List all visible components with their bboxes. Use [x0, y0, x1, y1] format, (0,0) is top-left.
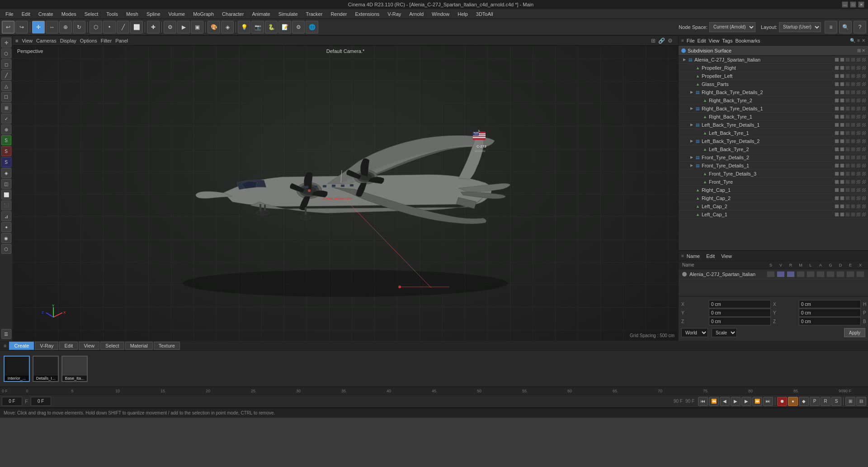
tree-check-dot[interactable]	[856, 131, 861, 135]
tree-item[interactable]: ▲Left_Cap_2	[679, 202, 868, 210]
move-tool[interactable]: ↔	[46, 21, 58, 33]
layer-flag-s[interactable]	[767, 271, 775, 277]
tree-flag-dot[interactable]	[835, 155, 839, 160]
xform-y2-input[interactable]	[799, 309, 861, 317]
menu-item-arnold[interactable]: Arnold	[406, 10, 427, 18]
tree-item[interactable]: ▲Glass_Parts	[679, 80, 868, 88]
layer-row-main[interactable]: Alenia_C-27J_Spartan_Italian	[679, 269, 868, 279]
tree-flag-dot[interactable]	[845, 131, 850, 135]
tree-flag-dot[interactable]	[840, 147, 844, 152]
xform-z-input[interactable]	[709, 317, 771, 325]
tree-flag-dot[interactable]	[835, 163, 839, 168]
tree-check-dot[interactable]	[856, 155, 861, 160]
menu-item-character[interactable]: Character	[218, 10, 247, 18]
tree-flag-dot[interactable]	[851, 74, 855, 78]
tree-check-dot[interactable]	[862, 57, 866, 62]
tree-check-dot[interactable]	[862, 114, 866, 119]
xform-world-select[interactable]: World Object	[681, 328, 708, 337]
xform-z2-input[interactable]	[799, 317, 861, 325]
tree-check-dot[interactable]	[862, 172, 866, 176]
tree-item[interactable]: ▲Right_Cap_1	[679, 186, 868, 194]
timeline-key-btn[interactable]: ◆	[799, 397, 809, 406]
timeline-record-btn[interactable]: ⏺	[777, 397, 787, 406]
vp-display-menu[interactable]: Display	[60, 38, 76, 43]
tree-check-dot[interactable]	[856, 106, 861, 111]
tree-check-dot[interactable]	[862, 123, 866, 127]
tree-item[interactable]: ▲Propeller_Right	[679, 64, 868, 72]
tree-flag-dot[interactable]	[835, 172, 839, 176]
tree-flag-dot[interactable]	[835, 204, 839, 209]
left-obj-mode[interactable]: ⬡	[1, 48, 11, 58]
tree-flag-dot[interactable]	[845, 57, 850, 62]
close-button[interactable]: ✕	[858, 1, 864, 8]
tree-flag-dot[interactable]	[851, 106, 855, 111]
vp-icon-settings[interactable]: ⚙	[668, 38, 673, 44]
tree-check-dot[interactable]	[856, 74, 861, 78]
material-thumb-details[interactable]: Details_I...	[33, 356, 59, 382]
lower-menu-icon[interactable]: ≡	[2, 343, 8, 348]
vp-view-menu[interactable]: View	[22, 38, 33, 43]
tree-flag-dot[interactable]	[851, 180, 855, 184]
lower-tab-view[interactable]: View	[79, 342, 99, 350]
left-spin[interactable]: ✦	[1, 222, 11, 232]
tree-check-dot[interactable]	[862, 180, 866, 184]
tree-flag-dot[interactable]	[851, 114, 855, 119]
tree-flag-dot[interactable]	[835, 82, 839, 86]
tree-flag-dot[interactable]	[851, 57, 855, 62]
layer-flag-d[interactable]	[836, 271, 844, 277]
tree-flag-dot[interactable]	[851, 66, 855, 70]
tree-flag-dot[interactable]	[851, 212, 855, 217]
tree-flag-dot[interactable]	[851, 131, 855, 135]
layers-view-menu[interactable]: View	[721, 253, 732, 259]
material-manager[interactable]: 🎨	[208, 21, 220, 33]
prefs-tool[interactable]: ⚙	[292, 21, 305, 33]
scale-tool[interactable]: ⊕	[59, 21, 72, 33]
tree-item[interactable]: ▲Left_Back_Tyre_1	[679, 129, 868, 137]
tree-check-dot[interactable]	[862, 106, 866, 111]
scene-view-menu[interactable]: View	[709, 38, 720, 43]
tree-flag-dot[interactable]	[835, 74, 839, 78]
menu-item-edit[interactable]: Edit	[18, 10, 34, 18]
scene-filter-icon[interactable]: ≡	[857, 38, 860, 43]
undo-button[interactable]: ↩	[2, 21, 14, 33]
tree-check-dot[interactable]	[856, 188, 861, 192]
menu-item-window[interactable]: Window	[428, 10, 453, 18]
help-btn[interactable]: ?	[854, 21, 866, 33]
lower-tab-edit[interactable]: Edit	[59, 342, 78, 350]
vp-options-menu[interactable]: Options	[80, 38, 97, 43]
left-sym[interactable]: S	[1, 135, 11, 145]
layer-flag-x[interactable]	[856, 271, 864, 277]
poly-mode[interactable]: ⬜	[130, 21, 143, 33]
tree-flag-dot[interactable]	[851, 90, 855, 95]
node-space-select[interactable]: Current (Arnold)	[709, 22, 755, 32]
timeline-prev-frame-btn[interactable]: ◀	[720, 397, 730, 406]
menu-item-simulate[interactable]: Simulate	[275, 10, 302, 18]
scene-search-icon[interactable]: 🔍	[850, 38, 855, 43]
xform-x2-input[interactable]	[799, 300, 861, 308]
lower-tab-material[interactable]: Material	[125, 342, 153, 350]
tree-check-dot[interactable]	[856, 98, 861, 103]
left-mirror[interactable]: ✓	[1, 114, 11, 124]
layer-flag-m[interactable]	[797, 271, 805, 277]
tree-flag-dot[interactable]	[845, 123, 850, 127]
menu-item-select[interactable]: Select	[81, 10, 102, 18]
tree-flag-dot[interactable]	[840, 172, 844, 176]
tree-check-dot[interactable]	[856, 163, 861, 168]
timeline-next-key-btn[interactable]: ⏩	[752, 397, 762, 406]
layer-flag-l[interactable]	[807, 271, 815, 277]
tree-flag-dot[interactable]	[835, 114, 839, 119]
tree-flag-dot[interactable]	[845, 106, 850, 111]
tree-check-dot[interactable]	[862, 188, 866, 192]
search-btn[interactable]: 🔍	[839, 21, 852, 33]
menu-item-mograph[interactable]: MoGraph	[189, 10, 217, 18]
tree-flag-dot[interactable]	[845, 172, 850, 176]
scene-menu-icon[interactable]: ≡	[681, 38, 684, 43]
timeline-motion-btn[interactable]: ⊞	[845, 397, 855, 406]
tree-check-dot[interactable]	[856, 212, 861, 217]
layers-edit-menu[interactable]: Edit	[706, 253, 715, 259]
tree-flag-dot[interactable]	[845, 155, 850, 160]
xform-x-input[interactable]	[709, 300, 771, 308]
scene-close-icon[interactable]: ✕	[862, 38, 865, 43]
tree-check-dot[interactable]	[856, 57, 861, 62]
menu-item-tracker[interactable]: Tracker	[302, 10, 326, 18]
